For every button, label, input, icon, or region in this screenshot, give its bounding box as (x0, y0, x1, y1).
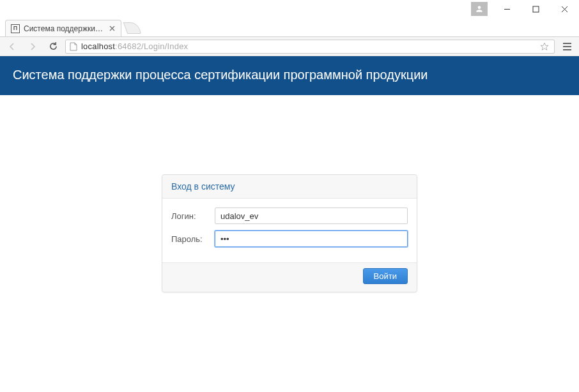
browser-tabstrip: П Система поддержки про (0, 18, 579, 37)
new-tab-button[interactable] (123, 22, 142, 34)
browser-toolbar: localhost:64682/Login/Index (0, 37, 579, 56)
login-input[interactable] (215, 207, 408, 224)
window-minimize-button[interactable] (493, 0, 521, 18)
reload-button[interactable] (45, 39, 61, 54)
window-titlebar (0, 0, 579, 18)
submit-login-button[interactable]: Войти (363, 268, 408, 284)
user-account-icon[interactable] (471, 2, 488, 16)
login-panel-heading: Вход в систему (162, 175, 417, 199)
page-viewport: Система поддержки процесса сертификации … (0, 56, 579, 392)
tab-close-icon[interactable] (108, 25, 116, 33)
tab-favicon-icon: П (11, 24, 20, 33)
page-header: Система поддержки процесса сертификации … (0, 56, 579, 95)
tab-title: Система поддержки про (24, 24, 104, 33)
url-text: localhost:64682/Login/Index (81, 41, 188, 51)
browser-menu-button[interactable] (559, 39, 575, 54)
bookmark-star-icon[interactable] (539, 42, 550, 51)
password-input[interactable] (215, 230, 408, 247)
nav-back-button[interactable] (4, 39, 20, 54)
window-maximize-button[interactable] (521, 0, 550, 18)
page-icon (70, 42, 77, 51)
nav-forward-button[interactable] (24, 39, 41, 54)
password-label: Пароль: (171, 234, 208, 244)
window-close-button[interactable] (550, 0, 579, 18)
browser-tab[interactable]: П Система поддержки про (5, 20, 121, 36)
svg-rect-0 (533, 6, 539, 12)
url-bar[interactable]: localhost:64682/Login/Index (65, 40, 555, 54)
login-label: Логин: (171, 211, 208, 221)
page-title: Система поддержки процесса сертификации … (13, 68, 428, 82)
login-panel: Вход в систему Логин: Пароль: Войти (162, 174, 417, 292)
